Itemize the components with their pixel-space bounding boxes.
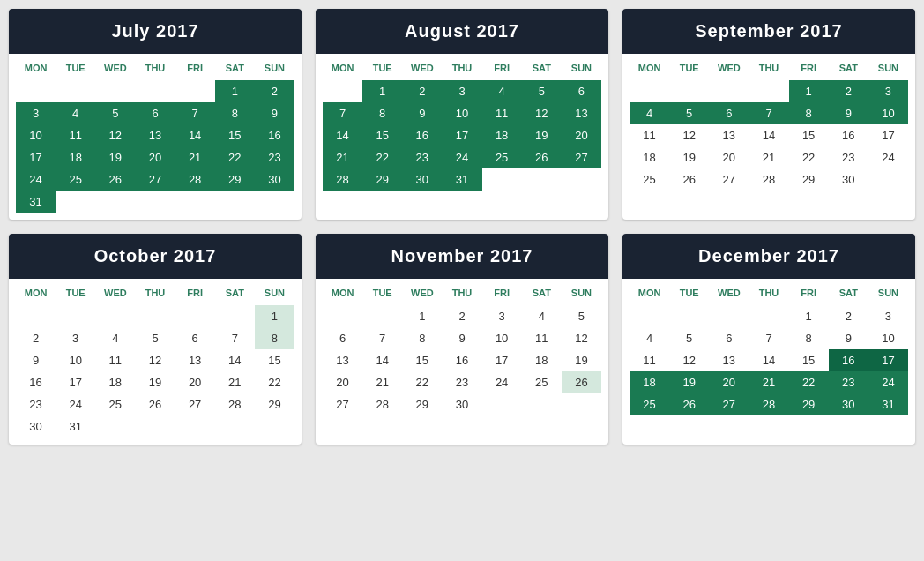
day-cell: 6 bbox=[562, 80, 601, 102]
day-cell: 8 bbox=[789, 327, 829, 349]
day-cell: 30 bbox=[255, 168, 294, 191]
day-header-thu: THU bbox=[442, 59, 481, 77]
day-cell: 8 bbox=[402, 327, 442, 349]
day-cell: 12 bbox=[135, 349, 175, 371]
day-cell: 24 bbox=[442, 146, 481, 168]
day-cell: 1 bbox=[362, 80, 402, 102]
day-cell: 15 bbox=[789, 124, 829, 146]
calendar-july-2017: July 2017MONTUEWEDTHUFRISATSUN1234567891… bbox=[9, 9, 302, 220]
day-header-wed: WED bbox=[709, 59, 749, 77]
day-cell: 27 bbox=[175, 393, 215, 415]
day-header-sun: SUN bbox=[562, 284, 601, 302]
day-cell bbox=[323, 305, 362, 327]
day-header-tue: TUE bbox=[669, 59, 709, 77]
day-cell: 5 bbox=[669, 327, 709, 349]
day-cell: 21 bbox=[362, 371, 402, 393]
day-cell: 5 bbox=[522, 80, 562, 102]
day-cell: 10 bbox=[16, 124, 56, 146]
day-cell: 15 bbox=[255, 349, 294, 371]
day-cell: 9 bbox=[829, 102, 868, 124]
day-cell: 24 bbox=[56, 393, 95, 415]
day-header-sat: SAT bbox=[215, 59, 255, 77]
day-cell: 21 bbox=[749, 371, 788, 393]
day-cell bbox=[255, 191, 294, 213]
day-cell bbox=[709, 80, 749, 102]
day-cell: 9 bbox=[402, 102, 442, 124]
day-cell: 28 bbox=[749, 393, 788, 415]
day-cell: 25 bbox=[482, 146, 522, 168]
day-header-wed: WED bbox=[402, 59, 442, 77]
day-header-wed: WED bbox=[95, 284, 135, 302]
day-cell: 3 bbox=[868, 80, 908, 102]
day-cell: 5 bbox=[562, 305, 601, 327]
calendar-header: September 2017 bbox=[622, 9, 915, 54]
day-cell: 11 bbox=[630, 349, 669, 371]
day-cell: 4 bbox=[482, 80, 522, 102]
day-cell: 24 bbox=[482, 371, 522, 393]
day-cell: 14 bbox=[749, 124, 788, 146]
day-header-sat: SAT bbox=[829, 284, 868, 302]
calendar-body: MONTUEWEDTHUFRISATSUN1234567891011121314… bbox=[316, 54, 608, 198]
day-cell: 14 bbox=[323, 124, 362, 146]
day-cell bbox=[868, 168, 908, 191]
day-cell bbox=[362, 305, 402, 327]
day-cell: 26 bbox=[135, 393, 175, 415]
day-cell: 16 bbox=[402, 124, 442, 146]
day-cell: 3 bbox=[56, 327, 95, 349]
day-cell: 14 bbox=[215, 349, 255, 371]
day-cell: 6 bbox=[323, 327, 362, 349]
day-cell: 8 bbox=[215, 102, 255, 124]
day-cell: 21 bbox=[175, 146, 215, 168]
calendar-body: MONTUEWEDTHUFRISATSUN1234567891011121314… bbox=[622, 279, 915, 423]
day-cell bbox=[215, 191, 255, 213]
day-cell: 5 bbox=[669, 102, 709, 124]
day-cell: 29 bbox=[402, 393, 442, 415]
calendar-december-2017: December 2017MONTUEWEDTHUFRISATSUN123456… bbox=[622, 234, 915, 445]
day-cell: 29 bbox=[255, 393, 294, 415]
day-cell: 13 bbox=[709, 124, 749, 146]
calendar-header: July 2017 bbox=[9, 9, 302, 54]
day-cell: 17 bbox=[482, 349, 522, 371]
day-cell: 4 bbox=[56, 102, 95, 124]
day-cell: 18 bbox=[482, 124, 522, 146]
day-cell: 24 bbox=[868, 371, 908, 393]
day-cell: 6 bbox=[709, 102, 749, 124]
day-cell: 19 bbox=[669, 371, 709, 393]
day-cell bbox=[562, 168, 601, 191]
day-cell: 23 bbox=[16, 393, 56, 415]
day-header-fri: FRI bbox=[482, 59, 522, 77]
day-cell: 28 bbox=[175, 168, 215, 191]
calendar-body: MONTUEWEDTHUFRISATSUN1234567891011121314… bbox=[9, 279, 302, 445]
day-cell: 10 bbox=[482, 327, 522, 349]
day-header-sat: SAT bbox=[522, 59, 562, 77]
day-header-tue: TUE bbox=[362, 59, 402, 77]
day-cell: 26 bbox=[669, 168, 709, 191]
day-cell: 15 bbox=[362, 124, 402, 146]
day-header-fri: FRI bbox=[789, 59, 829, 77]
day-cell: 30 bbox=[16, 415, 56, 438]
days-grid: 1234567891011121314151617181920212223242… bbox=[630, 305, 908, 415]
day-cell: 19 bbox=[669, 146, 709, 168]
day-cell: 22 bbox=[362, 146, 402, 168]
day-header-mon: MON bbox=[630, 284, 669, 302]
day-cell: 3 bbox=[868, 305, 908, 327]
day-cell: 1 bbox=[789, 305, 829, 327]
day-cell bbox=[95, 80, 135, 102]
day-cell: 4 bbox=[522, 305, 562, 327]
day-cell bbox=[255, 415, 294, 438]
day-cell bbox=[669, 305, 709, 327]
day-cell: 8 bbox=[789, 102, 829, 124]
day-cell bbox=[522, 393, 562, 415]
day-cell bbox=[56, 305, 95, 327]
day-cell: 27 bbox=[323, 393, 362, 415]
day-header-thu: THU bbox=[749, 59, 788, 77]
day-header-sun: SUN bbox=[255, 284, 294, 302]
day-cell: 2 bbox=[442, 305, 481, 327]
day-cell: 23 bbox=[829, 371, 868, 393]
day-cell: 1 bbox=[215, 80, 255, 102]
day-cell: 15 bbox=[215, 124, 255, 146]
day-cell: 26 bbox=[669, 393, 709, 415]
day-header-wed: WED bbox=[402, 284, 442, 302]
day-cell: 7 bbox=[215, 327, 255, 349]
days-grid: 1234567891011121314151617181920212223242… bbox=[323, 305, 601, 415]
